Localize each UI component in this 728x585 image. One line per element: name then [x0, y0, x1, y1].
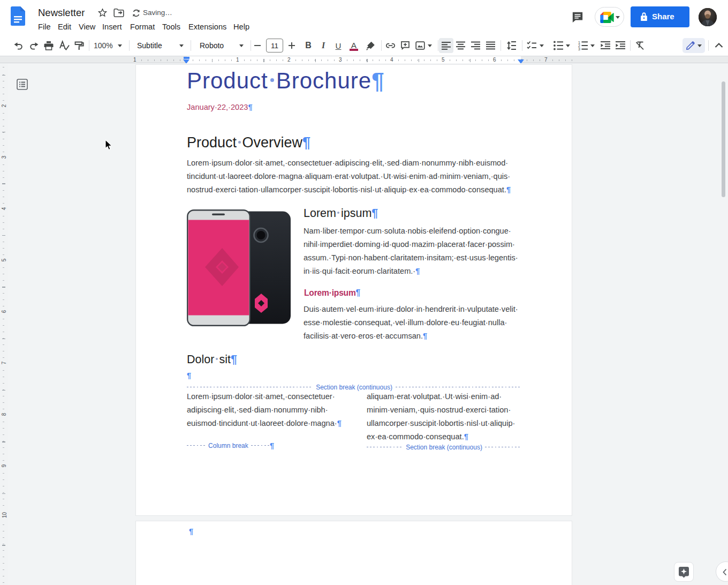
svg-text:3: 3: [578, 47, 580, 51]
